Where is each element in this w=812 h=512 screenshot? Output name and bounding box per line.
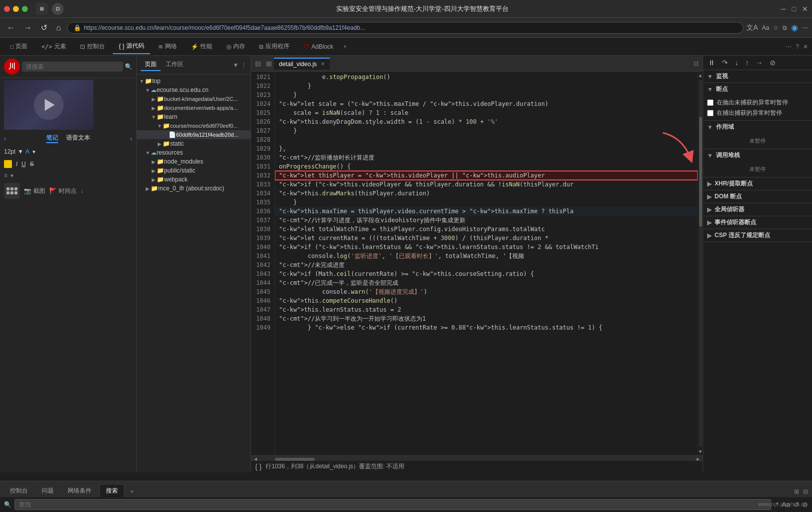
code-line-1035[interactable]: } — [275, 198, 698, 207]
split-editor-icon[interactable]: ⊟ — [253, 58, 263, 70]
code-line-1043[interactable]: "c-kw">if (Math.ceil(currentRate) >= "c-… — [275, 269, 698, 278]
global-listeners-header[interactable]: ▶ 全局侦听器 — [703, 203, 812, 216]
tree-item-mce[interactable]: ▶ 📁 mce_0_ifr (about:srcdoc) — [137, 184, 251, 193]
editor-tab-detail-video[interactable]: detail_video.js ✕ — [274, 58, 330, 70]
xhr-header[interactable]: ▶ XHR/提取断点 — [703, 177, 812, 190]
extensions-icon[interactable]: ⧉ — [783, 24, 787, 31]
bottom-tab-console[interactable]: 控制台 — [4, 485, 34, 497]
align-arrow[interactable]: ▼ — [9, 173, 14, 178]
tree-item-course[interactable]: ▼ 📁 course/mooc/e6d6f70eef0... — [137, 121, 251, 130]
tree-item-active-file[interactable]: 📄 60ddfb9a121f4eadb20d... — [137, 130, 251, 139]
dt-tab-adblock[interactable]: 🛡 AdBlock — [297, 40, 339, 53]
callstack-header[interactable]: ▼ 调用堆栈 — [703, 149, 812, 162]
window-controls[interactable]: ─ □ ✕ — [781, 5, 808, 13]
code-line-1034[interactable]: "c-kw">this.drawMarks(thisPlayer.duratio… — [275, 189, 698, 198]
code-line-1026[interactable]: "c-kw">this.denyDragDom.style.width = (1… — [275, 117, 698, 126]
code-line-1042[interactable]: "c-cmt">//未完成进度 — [275, 260, 698, 269]
sidebar-tab-notes[interactable]: 笔记 — [46, 134, 58, 143]
more-icon[interactable]: ⋯ — [802, 24, 808, 31]
profile-icon[interactable]: ◉ — [791, 23, 798, 32]
scope-header[interactable]: ▼ 作用域 — [703, 121, 812, 133]
dom-header[interactable]: ▶ DOM 断点 — [703, 190, 812, 203]
close-tab-icon[interactable]: ✕ — [321, 61, 325, 67]
tree-item-learn[interactable]: ▼ 📁 learn — [137, 112, 251, 121]
timestamp-button[interactable]: 🚩 时间点 — [49, 187, 77, 195]
close-button[interactable]: ✕ — [802, 5, 808, 13]
scroll-up-arrow[interactable]: ▲ — [698, 73, 703, 78]
code-line-1024[interactable]: "c-kw">let scale = ("c-kw">this.maxTime … — [275, 99, 698, 108]
code-line-1031[interactable]: onProgressChange() { — [275, 162, 698, 171]
font-color-button[interactable]: A — [25, 148, 29, 155]
uncaught-checkbox[interactable] — [707, 99, 714, 106]
tree-item-top[interactable]: ▼ 📁 top — [137, 77, 251, 85]
scroll-thumb[interactable] — [699, 117, 702, 227]
step-out-button[interactable]: ↑ — [743, 58, 751, 68]
code-line-1045[interactable]: console.warn('【视频进度完成】') — [275, 287, 698, 296]
translate-icon[interactable]: 文A — [746, 23, 758, 32]
close-devtools-button[interactable]: ✕ — [803, 43, 808, 50]
code-line-1048[interactable]: "c-cmt">//从学习到一半改为一开始学习即改状态为1 — [275, 314, 698, 323]
dt-tab-sources[interactable]: { } 源代码 — [113, 39, 150, 54]
scroll-down-arrow[interactable]: ▼ — [698, 449, 703, 454]
code-line-1022[interactable]: } — [275, 82, 698, 90]
read-icon[interactable]: Aa — [762, 24, 769, 31]
font-size-arrow[interactable]: ▼ — [17, 148, 23, 155]
scroll-right-arrow[interactable]: ► — [696, 456, 701, 462]
tree-item-bucket[interactable]: ▶ 📁 bucket-k/imagedata/User/2C... — [137, 94, 251, 103]
minimize-button[interactable]: ─ — [781, 5, 786, 13]
code-line-1023[interactable]: } — [275, 90, 698, 99]
maximize-button[interactable]: □ — [792, 5, 796, 13]
window-traffic-lights[interactable] — [4, 6, 28, 12]
panel-tab-page[interactable]: 页面 — [141, 59, 161, 71]
csp-header[interactable]: ▶ CSP 违反了规定断点 — [703, 229, 812, 242]
tree-item-node-modules[interactable]: ▶ 📁 node_modules — [137, 157, 251, 166]
close-traffic-light[interactable] — [4, 6, 10, 12]
pause-button[interactable]: ⏸ — [706, 58, 717, 68]
bottom-panel-split-icon[interactable]: ⊟ — [803, 488, 808, 495]
address-bar[interactable]: 🔒 https://ecourse.scu.edu.cn/learn/cours… — [67, 22, 743, 34]
scroll-left-arrow[interactable]: ◄ — [253, 456, 258, 462]
bottom-tab-network-conditions[interactable]: 网络条件 — [62, 485, 97, 497]
sidebar-tab-voice[interactable]: 语音文本 — [66, 134, 90, 143]
tree-item-public[interactable]: ▶ 📁 public/static — [137, 166, 251, 175]
code-line-1044[interactable]: "c-cmt">//已完成一半，监听是否全部完成 — [275, 278, 698, 287]
dt-tab-console[interactable]: ⊡ 控制台 — [74, 39, 111, 54]
dt-tab-memory[interactable]: ◎ 内存 — [220, 39, 251, 54]
tree-item-ecourse[interactable]: ▼ ☁ ecourse.scu.edu.cn — [137, 85, 251, 94]
code-line-1025[interactable]: scale = isNaN(scale) ? 1 : scale — [275, 108, 698, 117]
code-line-1049[interactable]: } "c-kw">else "c-kw">if (currentRate >= … — [275, 323, 698, 332]
favorite-icon[interactable]: ☆ — [773, 24, 779, 31]
dt-tab-application[interactable]: ⧉ 应用程序 — [253, 39, 295, 54]
align-button[interactable]: ≡ — [4, 172, 7, 179]
horizontal-scrollbar[interactable]: ◄ ► — [251, 455, 703, 460]
code-line-1040[interactable]: "c-kw">if ("c-kw">this.learnStatus && "c… — [275, 243, 698, 252]
bottom-panel-dock-icon[interactable]: ⊞ — [794, 488, 799, 495]
forward-button[interactable]: → — [21, 21, 35, 34]
search-input[interactable] — [22, 62, 123, 72]
tree-item-static[interactable]: ▶ 📁 static — [137, 139, 251, 148]
watch-header[interactable]: ▼ 监视 — [703, 70, 812, 83]
code-line-1028[interactable] — [275, 135, 698, 144]
code-line-1030[interactable]: "c-cmt">//监听播放时长计算进度 — [275, 153, 698, 162]
panel-tab-workspace[interactable]: 工作区 — [162, 59, 187, 71]
font-color-arrow[interactable]: ▼ — [31, 149, 36, 155]
download-button[interactable]: ↓ — [81, 187, 84, 194]
event-listeners-header[interactable]: ▶ 事件侦听器断点 — [703, 216, 812, 229]
breakpoints-header[interactable]: ▼ 断点 — [703, 83, 812, 95]
help-icon[interactable]: ? — [796, 43, 799, 50]
tree-item-resources[interactable]: ▼ ☁ resources — [137, 148, 251, 157]
max-traffic-light[interactable] — [22, 6, 28, 12]
split-right-icon[interactable]: ⊞ — [264, 58, 274, 70]
panel-menu-icon[interactable]: ▼ — [233, 62, 239, 69]
code-line-1039[interactable]: "c-kw">let currentRate = (((totalWatchTi… — [275, 234, 698, 243]
step-into-button[interactable]: ↓ — [733, 58, 740, 68]
home-button[interactable]: ⌂ — [53, 21, 64, 34]
tree-item-webpack[interactable]: ▶ 📁 webpack — [137, 175, 251, 184]
min-traffic-light[interactable] — [13, 6, 19, 12]
step-button[interactable]: → — [754, 58, 765, 68]
bottom-tab-search[interactable]: 搜索 — [99, 484, 124, 497]
tree-item-docserver[interactable]: ▶ 📁 documentserver/web-apps/a... — [137, 103, 251, 112]
highlight-button[interactable] — [4, 160, 12, 168]
apps-button[interactable] — [4, 183, 20, 199]
maximize-editor-button[interactable]: ⊡ — [692, 58, 701, 69]
